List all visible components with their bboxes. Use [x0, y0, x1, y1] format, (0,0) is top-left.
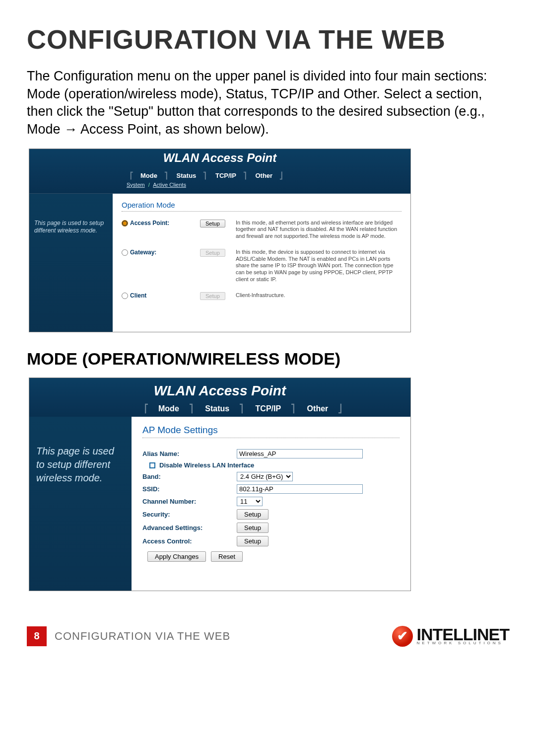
- apply-changes-button[interactable]: Apply Changes: [147, 551, 206, 562]
- page-title: CONFIGURATION VIA THE WEB: [27, 24, 509, 55]
- app-title: WLAN Access Point: [29, 149, 410, 165]
- mode-desc: In this mode, the device is supposed to …: [236, 249, 402, 283]
- subtab-active-clients[interactable]: Active Clients: [153, 182, 186, 188]
- section-title-ap-mode: AP Mode Settings: [142, 425, 400, 436]
- reset-button[interactable]: Reset: [211, 551, 243, 562]
- mode-row-client: Client Setup Client-Infrastructure.: [122, 292, 402, 300]
- tab-mode[interactable]: Mode: [158, 404, 179, 413]
- radio-gateway[interactable]: [122, 249, 128, 256]
- sidebar-note: This page is used to setup different wir…: [29, 194, 113, 332]
- access-control-label: Access Control:: [142, 537, 237, 545]
- setup-button-gateway: Setup: [200, 249, 225, 257]
- radio-label: Gateway:: [130, 249, 156, 256]
- divider: [122, 211, 402, 212]
- advanced-setup-button[interactable]: Setup: [237, 523, 268, 533]
- page-footer: 8 CONFIGURATION VIA THE WEB ✔ INTELLINET…: [27, 626, 509, 647]
- security-setup-button[interactable]: Setup: [237, 509, 268, 520]
- setup-button-client: Setup: [200, 292, 225, 300]
- tab-other[interactable]: Other: [307, 404, 329, 413]
- radio-access-point[interactable]: [122, 220, 128, 227]
- radio-label: Client: [130, 292, 146, 299]
- app-title: WLAN Access Point: [29, 378, 410, 399]
- disable-wlan-label: Disable Wireless LAN Interface: [159, 461, 254, 469]
- screenshot-operation-mode: WLAN Access Point ⎡Mode⎤ Status⎤ TCP/IP⎤…: [29, 149, 411, 332]
- security-label: Security:: [142, 511, 237, 518]
- page-number-badge: 8: [27, 626, 47, 646]
- tab-mode[interactable]: Mode: [140, 172, 157, 179]
- access-control-setup-button[interactable]: Setup: [237, 536, 268, 546]
- tab-status[interactable]: Status: [177, 172, 197, 179]
- intro-paragraph: The Configuration menu on the upper pane…: [27, 68, 509, 139]
- divider: [142, 438, 400, 438]
- mode-row-gateway: Gateway: Setup In this mode, the device …: [122, 249, 402, 283]
- main-tabs: ⎡Mode⎤ Status⎤ TCP/IP⎤ Other⎦: [127, 172, 286, 179]
- tab-status[interactable]: Status: [205, 404, 229, 413]
- mode-desc: Client-Infrastructure.: [236, 292, 402, 299]
- channel-label: Channel Number:: [142, 498, 237, 505]
- sidebar-note: This page is used to setup different wir…: [29, 417, 132, 591]
- radio-client[interactable]: [122, 293, 128, 299]
- brand-name: INTELLINET: [417, 627, 509, 642]
- mode-row-access-point: Access Point: Setup In this mode, all et…: [122, 220, 402, 240]
- ssid-field[interactable]: [237, 484, 363, 494]
- radio-label: Access Point:: [130, 220, 169, 227]
- ssid-label: SSID:: [142, 485, 237, 493]
- subtab-system[interactable]: System: [127, 182, 145, 188]
- setup-button-access-point[interactable]: Setup: [200, 220, 225, 227]
- tab-tcpip[interactable]: TCP/IP: [215, 172, 236, 179]
- alias-name-field[interactable]: [237, 449, 363, 458]
- screenshot-ap-mode-settings: WLAN Access Point ⎡Mode⎤ Status⎤ TCP/IP⎤…: [29, 378, 411, 591]
- brand-mark-icon: ✔: [392, 626, 413, 647]
- disable-wlan-checkbox[interactable]: [149, 462, 155, 468]
- brand-subtitle: NETWORK SOLUTIONS: [417, 641, 509, 645]
- brand-logo: ✔ INTELLINET NETWORK SOLUTIONS: [392, 626, 509, 647]
- channel-select[interactable]: 11: [237, 497, 263, 506]
- band-label: Band:: [142, 473, 237, 480]
- footer-running-title: CONFIGURATION VIA THE WEB: [55, 630, 230, 643]
- section-title-operation-mode: Operation Mode: [122, 201, 402, 209]
- alias-name-label: Alias Name:: [142, 450, 237, 457]
- section-heading-mode: MODE (OPERATION/WIRELESS MODE): [27, 349, 509, 369]
- main-tabs: ⎡Mode⎤ Status⎤ TCP/IP⎤ Other⎦: [139, 404, 347, 413]
- tab-other[interactable]: Other: [255, 172, 272, 179]
- sub-tabs: System / Active Clients: [127, 182, 186, 188]
- tab-tcpip[interactable]: TCP/IP: [256, 404, 281, 413]
- advanced-settings-label: Advanced Settings:: [142, 524, 237, 531]
- band-select[interactable]: 2.4 GHz (B+G): [237, 472, 293, 481]
- mode-desc: In this mode, all ethernet ports and wir…: [236, 220, 402, 240]
